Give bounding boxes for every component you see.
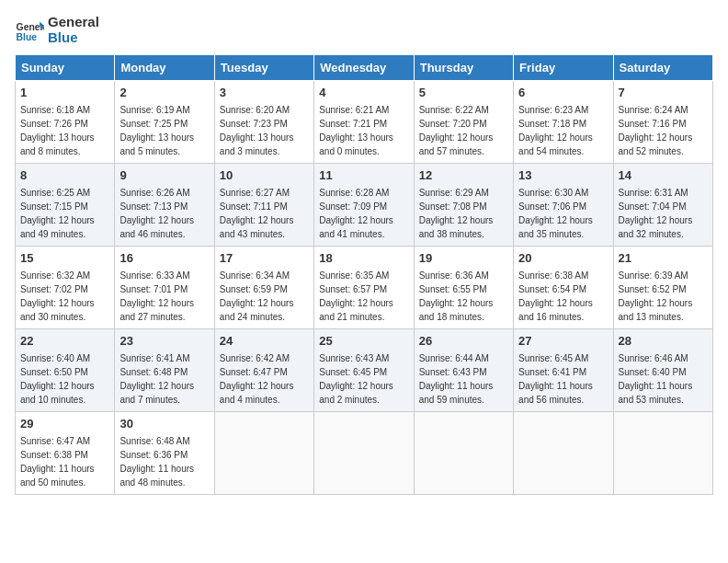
day-number: 3 xyxy=(220,85,309,101)
calendar-week-row: 29Sunrise: 6:47 AMSunset: 6:38 PMDayligh… xyxy=(16,412,713,495)
day-info: Sunrise: 6:24 AMSunset: 7:16 PMDaylight:… xyxy=(619,103,708,158)
day-number: 13 xyxy=(518,167,608,184)
logo-blue: Blue xyxy=(48,30,99,46)
calendar-day-cell xyxy=(314,412,414,495)
day-info: Sunrise: 6:47 AMSunset: 6:38 PMDaylight:… xyxy=(20,434,109,489)
day-number: 18 xyxy=(319,250,408,267)
calendar-day-cell xyxy=(214,412,313,495)
day-number: 1 xyxy=(20,85,109,101)
calendar-day-cell xyxy=(613,412,712,495)
calendar-day-cell: 13Sunrise: 6:30 AMSunset: 7:06 PMDayligh… xyxy=(514,164,613,247)
calendar-day-cell: 8Sunrise: 6:25 AMSunset: 7:15 PMDaylight… xyxy=(16,164,115,247)
day-number: 14 xyxy=(619,167,708,184)
calendar-day-cell: 23Sunrise: 6:41 AMSunset: 6:48 PMDayligh… xyxy=(115,329,214,412)
day-info: Sunrise: 6:39 AMSunset: 6:52 PMDaylight:… xyxy=(619,269,708,324)
calendar-day-cell: 10Sunrise: 6:27 AMSunset: 7:11 PMDayligh… xyxy=(214,164,313,247)
day-number: 24 xyxy=(220,333,309,350)
calendar-day-cell: 19Sunrise: 6:36 AMSunset: 6:55 PMDayligh… xyxy=(414,247,513,329)
calendar-day-cell: 5Sunrise: 6:22 AMSunset: 7:20 PMDaylight… xyxy=(414,81,513,164)
day-info: Sunrise: 6:48 AMSunset: 6:36 PMDaylight:… xyxy=(119,434,209,489)
logo-icon: General Blue xyxy=(15,16,44,45)
day-number: 5 xyxy=(419,85,508,101)
calendar-day-cell: 14Sunrise: 6:31 AMSunset: 7:04 PMDayligh… xyxy=(613,164,712,247)
day-info: Sunrise: 6:26 AMSunset: 7:13 PMDaylight:… xyxy=(119,186,209,241)
weekday-header-wednesday: Wednesday xyxy=(314,55,414,81)
calendar-day-cell: 25Sunrise: 6:43 AMSunset: 6:45 PMDayligh… xyxy=(314,329,414,412)
day-info: Sunrise: 6:18 AMSunset: 7:26 PMDaylight:… xyxy=(20,103,109,158)
calendar-table: SundayMondayTuesdayWednesdayThursdayFrid… xyxy=(15,54,713,495)
day-number: 29 xyxy=(20,416,109,432)
weekday-header-sunday: Sunday xyxy=(16,55,115,81)
day-number: 12 xyxy=(419,167,508,184)
calendar-day-cell: 29Sunrise: 6:47 AMSunset: 6:38 PMDayligh… xyxy=(16,412,115,495)
weekday-header-friday: Friday xyxy=(514,55,613,81)
day-number: 17 xyxy=(220,250,309,267)
day-number: 23 xyxy=(119,333,209,350)
page-header: General Blue General Blue xyxy=(15,15,713,45)
day-info: Sunrise: 6:23 AMSunset: 7:18 PMDaylight:… xyxy=(518,103,608,158)
calendar-day-cell xyxy=(414,412,513,495)
day-number: 16 xyxy=(119,250,209,267)
calendar-week-row: 15Sunrise: 6:32 AMSunset: 7:02 PMDayligh… xyxy=(16,247,713,329)
day-number: 11 xyxy=(319,167,408,184)
day-number: 28 xyxy=(619,333,708,350)
calendar-day-cell: 27Sunrise: 6:45 AMSunset: 6:41 PMDayligh… xyxy=(514,329,613,412)
weekday-header-thursday: Thursday xyxy=(414,55,513,81)
day-info: Sunrise: 6:22 AMSunset: 7:20 PMDaylight:… xyxy=(419,103,508,158)
day-number: 4 xyxy=(319,85,408,101)
day-info: Sunrise: 6:35 AMSunset: 6:57 PMDaylight:… xyxy=(319,269,408,324)
day-number: 6 xyxy=(518,85,608,101)
calendar-day-cell: 26Sunrise: 6:44 AMSunset: 6:43 PMDayligh… xyxy=(414,329,513,412)
calendar-week-row: 8Sunrise: 6:25 AMSunset: 7:15 PMDaylight… xyxy=(16,164,713,247)
calendar-day-cell: 24Sunrise: 6:42 AMSunset: 6:47 PMDayligh… xyxy=(214,329,313,412)
day-info: Sunrise: 6:30 AMSunset: 7:06 PMDaylight:… xyxy=(518,186,608,241)
weekday-header-tuesday: Tuesday xyxy=(214,55,313,81)
day-number: 9 xyxy=(119,167,209,184)
calendar-week-row: 1Sunrise: 6:18 AMSunset: 7:26 PMDaylight… xyxy=(16,81,713,164)
calendar-day-cell: 18Sunrise: 6:35 AMSunset: 6:57 PMDayligh… xyxy=(314,247,414,329)
day-info: Sunrise: 6:33 AMSunset: 7:01 PMDaylight:… xyxy=(119,269,209,324)
day-info: Sunrise: 6:43 AMSunset: 6:45 PMDaylight:… xyxy=(319,351,408,407)
weekday-header-saturday: Saturday xyxy=(613,55,712,81)
calendar-day-cell: 3Sunrise: 6:20 AMSunset: 7:23 PMDaylight… xyxy=(214,81,313,164)
calendar-day-cell: 21Sunrise: 6:39 AMSunset: 6:52 PMDayligh… xyxy=(613,247,712,329)
calendar-day-cell: 17Sunrise: 6:34 AMSunset: 6:59 PMDayligh… xyxy=(214,247,313,329)
day-info: Sunrise: 6:34 AMSunset: 6:59 PMDaylight:… xyxy=(220,269,309,324)
calendar-day-cell: 16Sunrise: 6:33 AMSunset: 7:01 PMDayligh… xyxy=(115,247,214,329)
calendar-day-cell: 12Sunrise: 6:29 AMSunset: 7:08 PMDayligh… xyxy=(414,164,513,247)
day-info: Sunrise: 6:21 AMSunset: 7:21 PMDaylight:… xyxy=(319,103,408,158)
day-info: Sunrise: 6:25 AMSunset: 7:15 PMDaylight:… xyxy=(20,186,109,241)
calendar-day-cell: 6Sunrise: 6:23 AMSunset: 7:18 PMDaylight… xyxy=(514,81,613,164)
day-number: 8 xyxy=(20,167,109,184)
day-info: Sunrise: 6:28 AMSunset: 7:09 PMDaylight:… xyxy=(319,186,408,241)
day-info: Sunrise: 6:32 AMSunset: 7:02 PMDaylight:… xyxy=(20,269,109,324)
day-info: Sunrise: 6:42 AMSunset: 6:47 PMDaylight:… xyxy=(220,351,309,407)
calendar-day-cell: 20Sunrise: 6:38 AMSunset: 6:54 PMDayligh… xyxy=(514,247,613,329)
calendar-day-cell: 9Sunrise: 6:26 AMSunset: 7:13 PMDaylight… xyxy=(115,164,214,247)
calendar-day-cell: 15Sunrise: 6:32 AMSunset: 7:02 PMDayligh… xyxy=(16,247,115,329)
day-info: Sunrise: 6:36 AMSunset: 6:55 PMDaylight:… xyxy=(419,269,508,324)
day-info: Sunrise: 6:20 AMSunset: 7:23 PMDaylight:… xyxy=(220,103,309,158)
day-number: 30 xyxy=(119,416,209,432)
day-info: Sunrise: 6:41 AMSunset: 6:48 PMDaylight:… xyxy=(119,351,209,407)
day-number: 20 xyxy=(518,250,608,267)
day-number: 2 xyxy=(119,85,209,101)
day-info: Sunrise: 6:29 AMSunset: 7:08 PMDaylight:… xyxy=(419,186,508,241)
day-number: 26 xyxy=(419,333,508,350)
day-number: 19 xyxy=(419,250,508,267)
day-number: 7 xyxy=(619,85,708,101)
day-number: 21 xyxy=(619,250,708,267)
calendar-day-cell: 22Sunrise: 6:40 AMSunset: 6:50 PMDayligh… xyxy=(16,329,115,412)
day-info: Sunrise: 6:44 AMSunset: 6:43 PMDaylight:… xyxy=(419,351,508,407)
day-info: Sunrise: 6:40 AMSunset: 6:50 PMDaylight:… xyxy=(20,351,109,407)
day-info: Sunrise: 6:19 AMSunset: 7:25 PMDaylight:… xyxy=(119,103,209,158)
day-info: Sunrise: 6:31 AMSunset: 7:04 PMDaylight:… xyxy=(619,186,708,241)
weekday-header-monday: Monday xyxy=(115,55,214,81)
calendar-day-cell: 11Sunrise: 6:28 AMSunset: 7:09 PMDayligh… xyxy=(314,164,414,247)
day-info: Sunrise: 6:27 AMSunset: 7:11 PMDaylight:… xyxy=(220,186,309,241)
calendar-day-cell: 2Sunrise: 6:19 AMSunset: 7:25 PMDaylight… xyxy=(115,81,214,164)
day-info: Sunrise: 6:45 AMSunset: 6:41 PMDaylight:… xyxy=(518,351,608,407)
calendar-day-cell xyxy=(514,412,613,495)
day-number: 27 xyxy=(518,333,608,350)
day-number: 25 xyxy=(319,333,408,350)
